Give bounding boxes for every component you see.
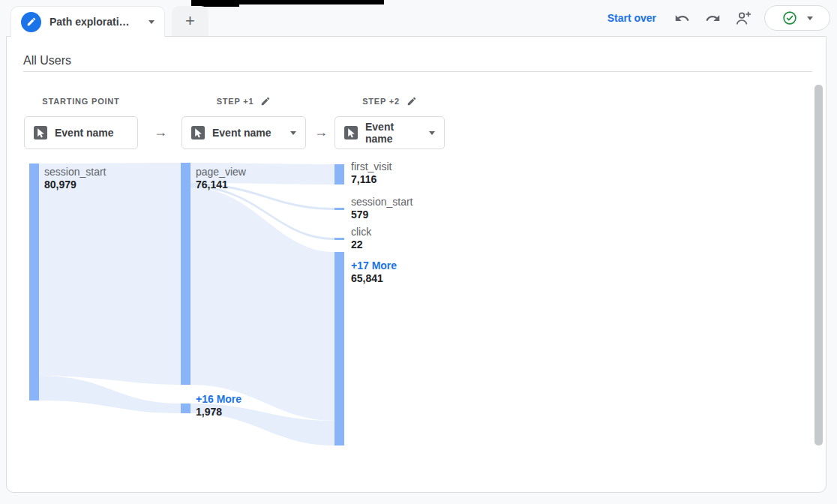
exploration-canvas: All Users STARTING POINT STEP +1 STEP +2: [6, 36, 826, 493]
ga-path-exploration-screen: Path explorati… + Start over: [0, 0, 837, 504]
node-label-click: click 22: [351, 226, 371, 251]
chevron-down-icon: [807, 16, 813, 20]
sankey-node-click[interactable]: [334, 238, 344, 240]
sankey-link-pageview-17more: [190, 188, 334, 421]
node-value: 1,978: [196, 406, 242, 418]
node-label-page-view: page_view 76,141: [196, 166, 246, 191]
redaction-bar: [239, 0, 384, 4]
sankey-node-17-more[interactable]: [334, 252, 344, 446]
node-label-16-more: +16 More 1,978: [196, 393, 242, 418]
node-value: 7,116: [351, 173, 392, 186]
sankey-link-sessionstart-pageview: [39, 163, 181, 385]
node-label-first-visit: first_visit 7,116: [351, 160, 392, 186]
sankey-node-page-view[interactable]: [181, 163, 190, 385]
vertical-scrollbar[interactable]: [814, 85, 823, 446]
new-tab-button[interactable]: +: [172, 6, 208, 36]
node-name: page_view: [196, 166, 246, 178]
redo-icon: [705, 10, 721, 26]
start-over-button[interactable]: Start over: [608, 12, 656, 24]
status-pill-button[interactable]: [764, 5, 830, 31]
tab-path-exploration[interactable]: Path explorati…: [10, 6, 165, 37]
redo-button[interactable]: [703, 8, 722, 28]
sankey-node-session-start[interactable]: [29, 164, 39, 400]
sankey-node-first-visit[interactable]: [334, 164, 344, 184]
node-value: 76,141: [196, 178, 246, 191]
edit-badge: [21, 12, 41, 32]
node-value: 65,841: [351, 272, 397, 285]
plus-icon: +: [185, 11, 195, 31]
tab-label: Path explorati…: [50, 16, 140, 28]
node-name: session_start: [44, 166, 106, 178]
sankey-node-16-more[interactable]: [181, 404, 190, 413]
share-exploration-button[interactable]: [734, 8, 753, 28]
expand-17-more-link[interactable]: +17 More: [351, 260, 397, 272]
person-add-icon: [735, 10, 752, 27]
node-value: 579: [351, 208, 412, 221]
node-label-17-more: +17 More 65,841: [351, 260, 397, 285]
expand-16-more-link[interactable]: +16 More: [196, 393, 242, 406]
undo-icon: [674, 10, 690, 26]
node-name: click: [351, 226, 371, 238]
node-name: first_visit: [351, 160, 392, 173]
node-name: session_start: [351, 196, 412, 208]
node-value: 80,979: [44, 178, 106, 191]
toolbar: Start over: [608, 0, 830, 36]
path-sankey-chart: [7, 37, 532, 487]
node-value: 22: [351, 238, 371, 251]
sankey-node-session-start-2[interactable]: [334, 208, 344, 210]
node-label-session-start-2: session_start 579: [351, 196, 412, 221]
undo-button[interactable]: [672, 8, 692, 28]
chevron-down-icon: [148, 20, 154, 24]
pencil-icon: [26, 16, 37, 27]
node-label-session-start: session_start 80,979: [44, 166, 106, 191]
check-circle-icon: [782, 10, 798, 26]
